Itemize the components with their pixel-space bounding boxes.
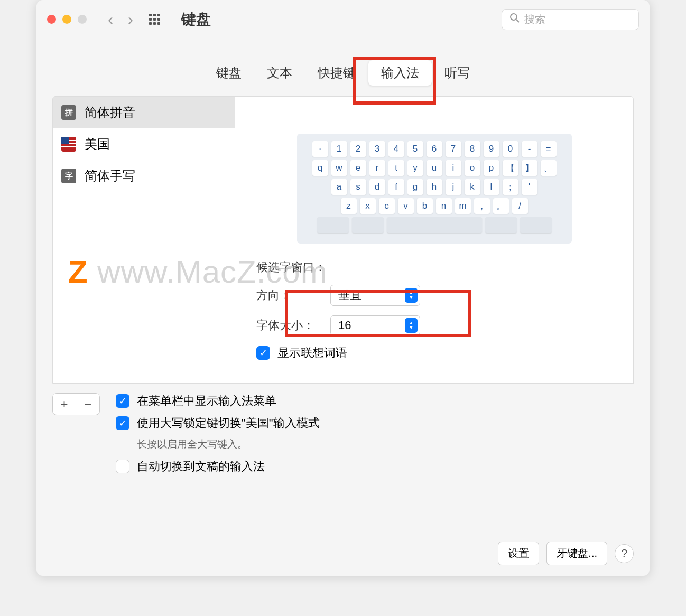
- fontsize-label: 字体大小：: [256, 318, 320, 333]
- direction-select[interactable]: 垂直 ▲▼: [330, 285, 420, 306]
- keyboard-key: f: [388, 179, 404, 195]
- keyboard-key: 9: [484, 141, 499, 157]
- capslock-switch-label: 使用大写锁定键切换"美国"输入模式: [137, 415, 320, 431]
- keyboard-key: /: [512, 198, 528, 214]
- keyboard-key: p: [484, 160, 499, 176]
- keyboard-key: x: [360, 198, 376, 214]
- keyboard-key: 2: [350, 141, 366, 157]
- keyboard-key: n: [436, 198, 452, 214]
- capslock-hint: 长按以启用全大写键入。: [137, 437, 634, 451]
- keyboard-key: y: [407, 160, 423, 176]
- keyboard-key: ': [522, 179, 537, 195]
- input-source-label: 美国: [85, 136, 110, 153]
- select-stepper-icon: ▲▼: [405, 288, 418, 303]
- show-predictions-checkbox[interactable]: ✓: [256, 346, 270, 360]
- svg-point-0: [511, 14, 517, 20]
- svg-line-1: [516, 20, 519, 22]
- input-source-detail: ·1234567890-= qwertyuiop【】、 asdfghjkl；' …: [235, 96, 634, 384]
- pinyin-badge-icon: 拼: [61, 105, 76, 120]
- fontsize-select[interactable]: 16 ▲▼: [330, 315, 420, 335]
- keyboard-key: -: [522, 141, 537, 157]
- keyboard-key: 6: [427, 141, 442, 157]
- modifier-key: [352, 217, 384, 233]
- keyboard-key: 4: [388, 141, 404, 157]
- keyboard-key: =: [541, 141, 557, 157]
- keyboard-key: r: [369, 160, 385, 176]
- auto-switch-label: 自动切换到文稿的输入法: [137, 459, 265, 474]
- search-box[interactable]: [502, 9, 639, 30]
- modifier-key: [520, 217, 552, 233]
- keyboard-key: v: [398, 198, 414, 214]
- bluetooth-keyboard-button[interactable]: 牙键盘...: [546, 542, 607, 565]
- keyboard-key: 、: [541, 160, 557, 176]
- tab-keyboard[interactable]: 键盘: [203, 60, 254, 86]
- keyboard-key: 5: [407, 141, 423, 157]
- modifier-key: [485, 217, 517, 233]
- keyboard-key: 】: [522, 160, 537, 176]
- keyboard-key: w: [331, 160, 347, 176]
- direction-label: 方向：: [256, 287, 320, 303]
- input-source-pinyin[interactable]: 拼 简体拼音: [53, 97, 235, 128]
- candidate-section-title: 候选字窗口：: [256, 259, 612, 275]
- window-controls: [47, 15, 87, 24]
- keyboard-key: c: [379, 198, 395, 214]
- direction-value: 垂直: [338, 287, 361, 303]
- us-flag-icon: [61, 137, 76, 152]
- input-source-handwriting[interactable]: 字 简体手写: [53, 160, 235, 192]
- tab-shortcuts[interactable]: 快捷键: [305, 60, 368, 86]
- footer: 设置 牙键盘... ?: [498, 542, 634, 565]
- keyboard-key: t: [388, 160, 404, 176]
- add-remove-buttons: + −: [52, 393, 100, 415]
- minimize-window-button[interactable]: [62, 15, 71, 24]
- keyboard-key: 。: [493, 198, 509, 214]
- capslock-switch-checkbox[interactable]: ✓: [116, 416, 129, 430]
- nav-buttons: ‹ ›: [108, 11, 133, 29]
- keyboard-key: h: [427, 179, 442, 195]
- auto-switch-checkbox[interactable]: [116, 460, 129, 473]
- add-input-source-button[interactable]: +: [53, 394, 76, 415]
- modifier-key: [317, 217, 349, 233]
- keyboard-key: l: [484, 179, 499, 195]
- keyboard-key: a: [331, 179, 347, 195]
- input-source-label: 简体手写: [85, 167, 135, 184]
- handwriting-badge-icon: 字: [61, 169, 76, 183]
- input-source-list: 拼 简体拼音 美国 字 简体手写: [52, 96, 235, 384]
- keyboard-key: ；: [503, 179, 518, 195]
- keyboard-key: o: [465, 160, 480, 176]
- keyboard-key: s: [350, 179, 366, 195]
- search-icon: [509, 13, 520, 26]
- keyboard-key: 7: [446, 141, 461, 157]
- close-window-button[interactable]: [47, 15, 56, 24]
- keyboard-key: 0: [503, 141, 518, 157]
- window-title: 键盘: [181, 10, 502, 30]
- keyboard-key: ·: [312, 141, 328, 157]
- show-all-icon[interactable]: [149, 14, 160, 25]
- tab-dictation[interactable]: 听写: [432, 60, 483, 86]
- tab-bar: 键盘 文本 快捷键 输入法 听写: [36, 39, 650, 96]
- back-button[interactable]: ‹: [108, 11, 113, 29]
- input-source-us[interactable]: 美国: [53, 128, 235, 160]
- space-key: [387, 217, 482, 233]
- tab-input-sources[interactable]: 输入法: [368, 60, 432, 86]
- remove-input-source-button[interactable]: −: [76, 394, 99, 415]
- keyboard-key: k: [465, 179, 480, 195]
- titlebar: ‹ › 键盘: [36, 0, 650, 39]
- show-menu-label: 在菜单栏中显示输入法菜单: [137, 393, 276, 409]
- keyboard-key: 【: [503, 160, 518, 176]
- show-menu-checkbox[interactable]: ✓: [116, 394, 129, 408]
- keyboard-key: ，: [474, 198, 490, 214]
- help-button[interactable]: ?: [615, 544, 634, 563]
- keyboard-key: i: [446, 160, 461, 176]
- keyboard-key: d: [369, 179, 385, 195]
- search-input[interactable]: [524, 13, 631, 25]
- keyboard-key: q: [312, 160, 328, 176]
- forward-button[interactable]: ›: [128, 11, 133, 29]
- keyboard-key: 8: [465, 141, 480, 157]
- keyboard-key: e: [350, 160, 366, 176]
- tab-text[interactable]: 文本: [254, 60, 305, 86]
- settings-button[interactable]: 设置: [498, 542, 539, 565]
- show-predictions-label: 显示联想词语: [277, 345, 347, 361]
- keyboard-preview: ·1234567890-= qwertyuiop【】、 asdfghjkl；' …: [297, 134, 572, 244]
- zoom-window-button[interactable]: [78, 15, 87, 24]
- keyboard-key: u: [427, 160, 442, 176]
